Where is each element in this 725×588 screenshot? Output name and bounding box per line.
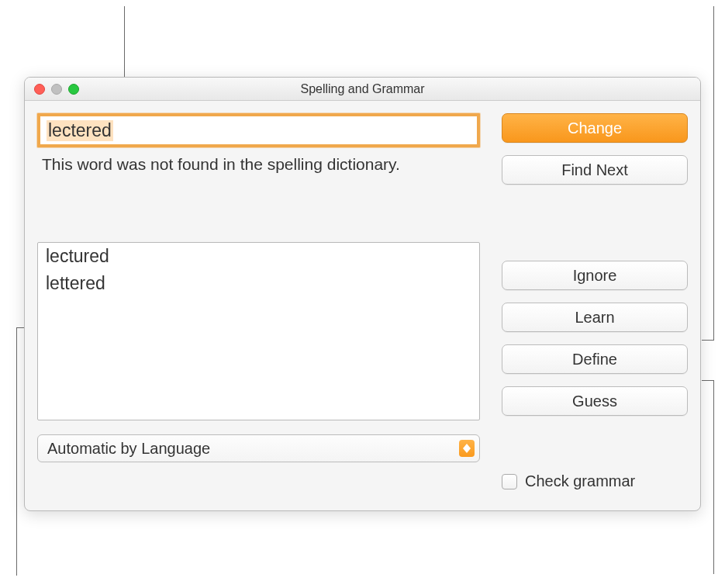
callout-line (16, 327, 17, 576)
learn-button[interactable]: Learn (502, 303, 688, 332)
suggestions-list[interactable]: lectured lettered (37, 242, 480, 420)
find-next-button[interactable]: Find Next (502, 155, 688, 185)
change-button[interactable]: Change (502, 113, 688, 143)
status-text: This word was not found in the spelling … (37, 155, 480, 174)
callout-line (702, 380, 714, 381)
misspelled-word-text: lectered (47, 120, 113, 141)
language-select-value: Automatic by Language (47, 440, 210, 458)
check-grammar-checkbox[interactable] (502, 474, 517, 489)
language-select[interactable]: Automatic by Language (37, 434, 480, 462)
minimize-icon[interactable] (51, 84, 62, 95)
misspelled-word-input[interactable]: lectered (37, 113, 480, 147)
callout-line (713, 6, 714, 340)
titlebar: Spelling and Grammar (25, 78, 700, 101)
close-icon[interactable] (34, 84, 45, 95)
ignore-button[interactable]: Ignore (502, 261, 688, 290)
check-grammar-label: Check grammar (525, 472, 635, 490)
spelling-grammar-window: Spelling and Grammar lectered This word … (24, 77, 701, 511)
define-button[interactable]: Define (502, 344, 688, 374)
updown-icon (459, 440, 475, 457)
callout-line (713, 380, 714, 574)
window-controls (25, 84, 79, 95)
window-title: Spelling and Grammar (25, 82, 700, 96)
list-item[interactable]: lettered (38, 270, 479, 297)
zoom-icon[interactable] (68, 84, 79, 95)
guess-button[interactable]: Guess (502, 386, 688, 416)
callout-line (702, 340, 714, 341)
list-item[interactable]: lectured (38, 243, 479, 270)
svg-marker-1 (463, 448, 471, 453)
